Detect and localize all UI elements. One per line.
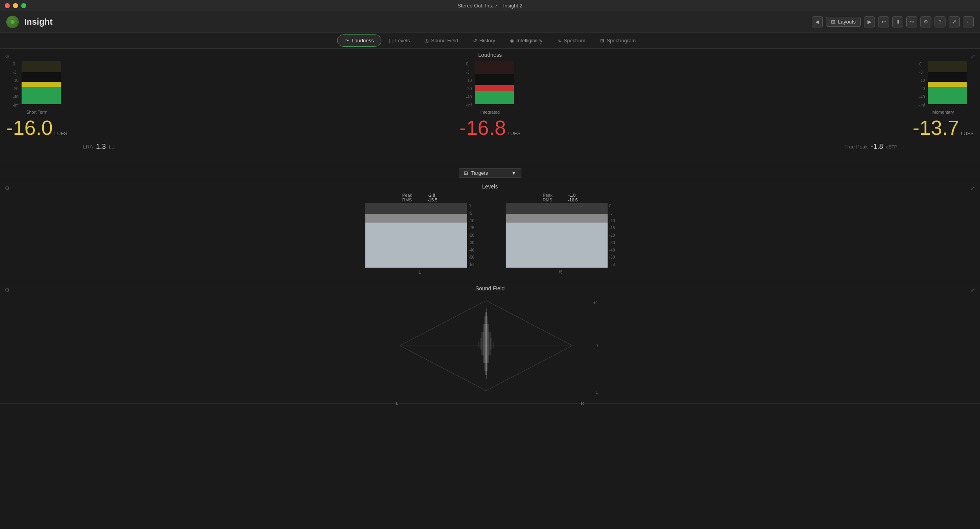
- levels-tab-icon: |||: [389, 38, 393, 43]
- app-logo: [6, 16, 19, 28]
- r-dark-top: [506, 203, 608, 215]
- tab-loudness[interactable]: 〜 Loudness: [337, 34, 381, 47]
- r-bar-visual: [506, 203, 608, 268]
- r-peak-rms-header: Peak -1.8 RMS -16.6: [543, 193, 578, 202]
- l-peak-rms-header: Peak -2.8 RMS -15.5: [402, 193, 437, 202]
- svg-rect-13: [490, 338, 492, 350]
- spectrogram-tab-label: Spectrogram: [606, 38, 635, 43]
- layouts-label: Layouts: [838, 19, 856, 25]
- svg-rect-12: [480, 338, 482, 350]
- tab-history[interactable]: ↺ History: [466, 35, 502, 46]
- momentary-visual: [928, 61, 967, 104]
- loudness-expand-icon[interactable]: ⤢: [971, 53, 975, 60]
- maximize-button[interactable]: [21, 3, 26, 8]
- title-bar: Stereo Out: Ins. 7 – Insight 2: [0, 0, 980, 11]
- levels-title: Levels: [6, 183, 974, 190]
- loudness-settings-icon[interactable]: ⚙: [5, 53, 10, 60]
- short-term-unit: LUFS: [54, 130, 67, 136]
- scale-plus1: +1: [593, 301, 598, 305]
- loudness-title: Loudness: [6, 52, 974, 58]
- scale-zero: 0: [595, 344, 598, 348]
- short-term-visual: [22, 61, 61, 104]
- sound-field-tab-label: Sound Field: [431, 38, 458, 43]
- loudness-section: ⚙ Loudness ⤢ 0 -3 -10 -20 -40 -Inf: [0, 49, 980, 166]
- forward-button[interactable]: ↪: [906, 16, 917, 27]
- levels-expand-icon[interactable]: ⤢: [971, 185, 975, 191]
- targets-icon: ⊞: [464, 170, 468, 176]
- spectrogram-tab-icon: ⊞: [600, 38, 604, 43]
- right-label: R: [581, 401, 584, 406]
- targets-label: Targets: [471, 170, 488, 176]
- close-button[interactable]: [5, 3, 10, 8]
- levels-settings-icon[interactable]: ⚙: [5, 185, 10, 191]
- left-label: L: [396, 401, 398, 406]
- history-tab-label: History: [479, 38, 495, 43]
- l-rms-value: -15.5: [427, 197, 437, 202]
- integrated-value: -16.8: [459, 116, 506, 139]
- loudness-meters: 0 -3 -10 -20 -40 -Inf Short Term -16.0 L…: [6, 61, 974, 147]
- r-bar-with-scale: 0 -5 -10 -15 -20 -30 -40 -50 -Inf: [506, 203, 615, 268]
- back-button[interactable]: ←: [963, 16, 974, 27]
- app-title: Insight: [24, 17, 53, 27]
- short-term-label: Short Term: [26, 110, 47, 114]
- svg-rect-14: [478, 342, 479, 348]
- tab-levels[interactable]: ||| Levels: [382, 35, 417, 46]
- r-rms-value: -16.6: [568, 197, 578, 202]
- svg-rect-15: [493, 342, 494, 348]
- tab-spectrum[interactable]: ∿ Spectrum: [550, 35, 593, 46]
- resize-button[interactable]: ⤢: [949, 16, 960, 27]
- rewind-button[interactable]: ↩: [878, 16, 889, 27]
- loudness-tab-icon: 〜: [345, 37, 349, 44]
- momentary-unit: LUFS: [961, 130, 974, 136]
- momentary-value: -13.7: [913, 116, 959, 139]
- momentary-label: Momentary: [933, 110, 954, 114]
- minimize-button[interactable]: [13, 3, 18, 8]
- targets-select[interactable]: ⊞ Targets ▼: [459, 168, 521, 178]
- next-layout-button[interactable]: ▶: [864, 16, 875, 27]
- help-button[interactable]: ?: [935, 16, 946, 27]
- settings-button[interactable]: ⚙: [920, 16, 931, 27]
- r-channel-label: R: [559, 269, 562, 275]
- svg-rect-9: [486, 308, 486, 379]
- integrated-unit: LUFS: [508, 130, 521, 136]
- l-bar-visual: [365, 203, 467, 268]
- integrated-label: Integrated: [480, 110, 500, 114]
- pause-button[interactable]: ⏸: [892, 16, 903, 27]
- lra-info: LRA 1.3 LU: [83, 143, 114, 151]
- l-channel-label: L: [418, 269, 421, 275]
- l-fill: [365, 223, 467, 268]
- short-term-value: -16.0: [6, 116, 53, 139]
- tab-intelligibility[interactable]: ◉ Intelligibility: [503, 35, 549, 46]
- level-l-group: Peak -2.8 RMS -15.5 0 -5 -10: [365, 193, 474, 275]
- r-peak-label: Peak: [543, 193, 552, 197]
- true-peak-value: -1.8: [871, 143, 883, 151]
- spectrum-tab-label: Spectrum: [564, 38, 586, 43]
- svg-point-1: [11, 20, 15, 24]
- prev-layout-button[interactable]: ◀: [812, 16, 823, 27]
- traffic-lights: [5, 3, 26, 8]
- loudness-tab-label: Loudness: [352, 38, 374, 43]
- intelligibility-tab-icon: ◉: [510, 38, 514, 43]
- lra-label: LRA: [83, 144, 93, 150]
- true-peak-info: True Peak -1.8 dBTP: [844, 143, 897, 151]
- lra-value: 1.3: [96, 143, 106, 151]
- levels-section: ⚙ Levels ⤢ Peak -2.8 RMS -15.5: [0, 180, 980, 282]
- sound-field-settings-icon[interactable]: ⚙: [5, 287, 10, 293]
- level-r-group: Peak -1.8 RMS -16.6 0 -5 -10: [506, 193, 615, 275]
- layouts-button[interactable]: ⊞ Layouts: [826, 17, 861, 27]
- layouts-icon: ⊞: [831, 19, 835, 25]
- sound-field-section: ⚙ Sound Field ⤢: [0, 282, 980, 404]
- momentary-meter: 0 -3 -10 -20 -40 -Inf Momentary -13.7 LU…: [913, 61, 974, 139]
- window-title: Stereo Out: Ins. 7 – Insight 2: [457, 3, 522, 9]
- short-term-meter: 0 -3 -10 -20 -40 -Inf Short Term -16.0 L…: [6, 61, 67, 139]
- l-peak-label: Peak: [402, 193, 412, 197]
- r-grey-band: [506, 214, 608, 223]
- sound-field-expand-icon[interactable]: ⤢: [971, 287, 975, 293]
- levels-tab-label: Levels: [395, 38, 410, 43]
- l-rms-label: RMS: [402, 197, 412, 202]
- tab-sound-field[interactable]: ◎ Sound Field: [417, 35, 465, 46]
- levels-content: Peak -2.8 RMS -15.5 0 -5 -10: [6, 193, 974, 279]
- scale-minus1: -1: [594, 390, 598, 395]
- tab-spectrogram[interactable]: ⊞ Spectrogram: [593, 35, 642, 46]
- r-scale: 0 -5 -10 -15 -20 -30 -40 -50 -Inf: [609, 203, 615, 268]
